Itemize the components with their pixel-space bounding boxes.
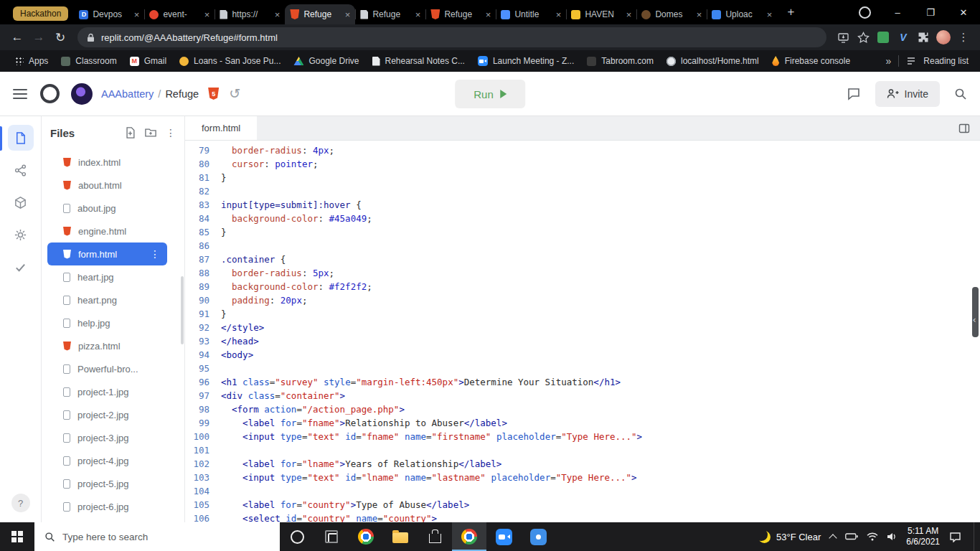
file-item[interactable]: engine.html — [47, 220, 167, 242]
file-item[interactable]: project-2.jpg — [47, 403, 167, 426]
tab-close-icon[interactable]: × — [626, 9, 632, 20]
code-line[interactable]: 103 <input type="text" id="lname" name="… — [185, 471, 980, 484]
code-line[interactable]: 84 background-color: #45a049; — [185, 212, 980, 225]
taskbar-clock[interactable]: 5:11 AM 6/6/2021 — [906, 526, 940, 547]
chrome-active-icon[interactable] — [452, 522, 486, 551]
files-menu-icon[interactable]: ⋮ — [166, 127, 176, 138]
tab-close-icon[interactable]: × — [556, 9, 562, 20]
file-item[interactable]: about.jpg — [47, 197, 167, 220]
code-line[interactable]: 99 <label for="fname">Relationship to Ab… — [185, 416, 980, 430]
bookmark-item[interactable]: Firebase console — [765, 52, 857, 70]
start-button[interactable] — [0, 522, 34, 551]
code-line[interactable]: 79 border-radius: 4px; — [185, 143, 980, 157]
browser-tab[interactable]: event-× — [144, 4, 215, 24]
new-folder-icon[interactable] — [145, 128, 156, 138]
collapse-panel-icon[interactable]: ‹ — [971, 313, 977, 326]
code-line[interactable]: 102 <label for="lname">Years of Relation… — [185, 457, 980, 471]
tab-close-icon[interactable]: × — [415, 9, 421, 20]
close-button[interactable]: ✕ — [947, 0, 980, 24]
bookmark-item[interactable]: Launch Meeting - Z... — [471, 52, 580, 70]
bookmarks-overflow-icon[interactable]: » — [886, 55, 892, 67]
code-line[interactable]: 91} — [185, 307, 980, 321]
bookmark-item[interactable]: MGmail — [123, 52, 173, 70]
bookmark-star-icon[interactable] — [854, 28, 872, 47]
code-editor[interactable]: 79 border-radius: 4px;80 cursor: pointer… — [185, 141, 980, 522]
new-file-icon[interactable] — [125, 127, 136, 138]
code-line[interactable]: 88 border-radius: 5px; — [185, 266, 980, 280]
code-line[interactable]: 89 background-color: #f2f2f2; — [185, 280, 980, 293]
bookmark-item[interactable]: Apps — [9, 52, 55, 70]
code-line[interactable]: 104 — [185, 484, 980, 498]
browser-tab[interactable]: https://× — [215, 4, 285, 24]
files-scrollbar[interactable] — [181, 276, 184, 344]
profile-avatar[interactable] — [934, 28, 953, 47]
code-line[interactable]: 95 — [185, 362, 980, 375]
extension-icon-v[interactable]: V — [894, 28, 913, 47]
history-icon[interactable]: ↺ — [229, 87, 240, 100]
address-bar[interactable]: replit.com/@AAAbattery/Refuge#form.html — [77, 27, 826, 47]
code-line[interactable]: 100 <input type="text" id="fname" name="… — [185, 430, 980, 443]
code-line[interactable]: 92</style> — [185, 321, 980, 334]
code-line[interactable]: 105 <label for="country">Type of Abuse</… — [185, 498, 980, 512]
maximize-button[interactable]: ❐ — [914, 0, 947, 24]
code-line[interactable]: 106 <select id="country" name="country"> — [185, 512, 980, 522]
tab-close-icon[interactable]: × — [275, 9, 281, 20]
code-line[interactable]: 96<h1 class="survey" style="margin-left:… — [185, 375, 980, 389]
run-button[interactable]: Run — [455, 80, 525, 108]
browser-tab[interactable]: Refuge× — [285, 4, 355, 24]
blue-app-icon[interactable] — [521, 522, 555, 551]
reload-icon[interactable]: ↻ — [50, 27, 70, 47]
code-line[interactable]: 87.container { — [185, 253, 980, 266]
code-line[interactable]: 86 — [185, 239, 980, 253]
tab-group-label[interactable]: Hackathon — [13, 6, 68, 21]
file-item[interactable]: heart.jpg — [47, 265, 167, 288]
bookmark-item[interactable]: Rehearsal Notes C... — [366, 52, 471, 70]
help-icon[interactable]: ? — [11, 494, 30, 512]
bookmark-item[interactable]: Loans - San Jose Pu... — [173, 52, 287, 70]
replit-logo[interactable] — [40, 84, 60, 103]
version-control-icon[interactable] — [8, 157, 34, 183]
editor-tab[interactable]: form.html — [185, 116, 257, 140]
tab-close-icon[interactable]: × — [767, 9, 773, 20]
bookmark-item[interactable]: localhost/Home.html — [660, 52, 765, 70]
file-item[interactable]: project-3.jpg — [47, 426, 167, 449]
browser-tab[interactable]: Untitle× — [496, 4, 566, 24]
file-item[interactable]: project-4.jpg — [47, 449, 167, 472]
battery-icon[interactable] — [845, 533, 858, 540]
back-icon[interactable]: ← — [7, 27, 27, 47]
browser-tab[interactable]: Uploac× — [707, 4, 777, 24]
tab-close-icon[interactable]: × — [697, 9, 702, 20]
code-line[interactable]: 83input[type=submit]:hover { — [185, 198, 980, 212]
code-line[interactable]: 90 padding: 20px; — [185, 293, 980, 307]
search-icon[interactable] — [954, 88, 967, 100]
volume-icon[interactable] — [887, 532, 897, 541]
extensions-puzzle-icon[interactable] — [914, 28, 933, 47]
bookmark-item[interactable]: Tabroom.com — [580, 52, 660, 70]
breadcrumb-user[interactable]: AAAbattery — [101, 88, 154, 100]
chat-icon[interactable] — [847, 87, 861, 100]
reading-list-label[interactable]: Reading list — [923, 56, 969, 66]
file-item[interactable]: help.jpg — [47, 311, 167, 334]
code-line[interactable]: 80 cursor: pointer; — [185, 157, 980, 171]
code-line[interactable]: 94<body> — [185, 348, 980, 362]
browser-tab[interactable]: Domes× — [636, 4, 707, 24]
breadcrumb-project[interactable]: Refuge — [165, 88, 199, 100]
file-item[interactable]: heart.png — [47, 288, 167, 311]
code-line[interactable]: 82 — [185, 184, 980, 198]
network-icon[interactable] — [867, 532, 878, 541]
files-rail-icon[interactable] — [8, 125, 34, 151]
bookmark-item[interactable]: Classroom — [55, 52, 123, 70]
settings-gear-icon[interactable] — [8, 222, 34, 248]
packages-icon[interactable] — [8, 189, 34, 215]
cortana-icon[interactable] — [280, 522, 314, 551]
browser-tab[interactable]: Refuge× — [355, 4, 425, 24]
weather-widget[interactable]: 53°F Clear — [758, 531, 821, 543]
code-line[interactable]: 97<div class="container"> — [185, 389, 980, 402]
code-line[interactable]: 85} — [185, 225, 980, 239]
hamburger-menu-icon[interactable] — [13, 89, 27, 99]
task-view-icon[interactable] — [314, 522, 349, 551]
zoom-icon[interactable] — [486, 522, 521, 551]
file-item[interactable]: Powerful-bro... — [47, 357, 167, 380]
tab-close-icon[interactable]: × — [204, 9, 210, 20]
browser-tab[interactable]: DDevpos× — [74, 4, 144, 24]
